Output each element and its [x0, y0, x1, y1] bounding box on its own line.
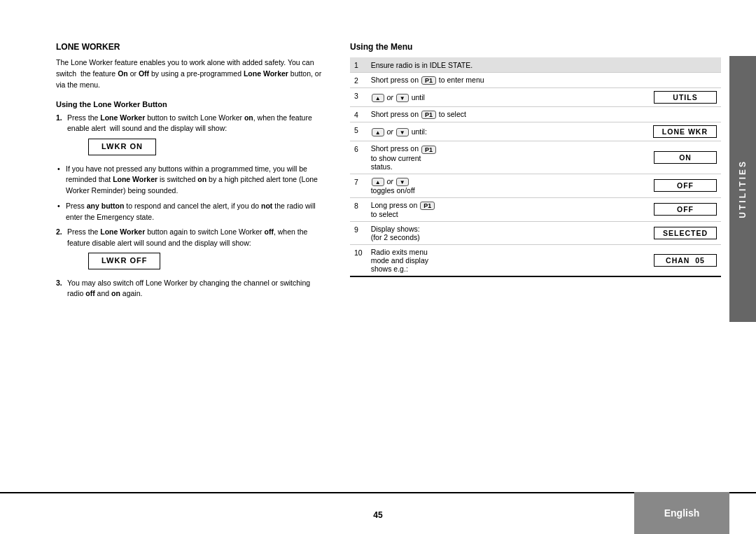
step-description: Radio exits menumode and displayshows e.…: [367, 245, 630, 277]
steps-list-2: 2. Press the Lone Worker button again to…: [56, 227, 322, 299]
table-row: 6 Short press on P1to show currentstatus…: [350, 141, 721, 174]
lcd-chan05: CHAN 05: [654, 254, 717, 267]
lcd-lonewkr: LONE WKR: [653, 125, 717, 138]
page-number: 45: [373, 510, 382, 520]
arrow-up-icon: [372, 128, 384, 136]
step-number: 5: [350, 122, 367, 141]
lcd-utils: UTILS: [654, 91, 717, 104]
bullet-list: If you have not pressed any buttons with…: [56, 164, 322, 223]
step-description: Display shows:(for 2 seconds): [367, 222, 630, 245]
p1-button-icon: P1: [420, 202, 435, 210]
table-row: 3 or until UTILS: [350, 88, 721, 107]
step-description: Long press on P1to select: [367, 197, 630, 221]
menu-steps-table: 1 Ensure radio is in IDLE STATE. 2 Short…: [350, 57, 721, 277]
bottom-bar: 45 English: [0, 492, 756, 534]
step-display: OFF: [630, 174, 721, 197]
list-item: Press any button to respond and cancel t…: [56, 201, 322, 223]
subsection1-title: Using the Lone Worker Button: [56, 100, 322, 108]
step-display: ON: [630, 141, 721, 174]
step-description: or toggles on/off: [367, 174, 630, 197]
step-number: 8: [350, 197, 367, 221]
arrow-up-icon: [372, 94, 384, 102]
step-number: 3: [350, 88, 367, 107]
step-description: or until: [367, 88, 630, 107]
english-label: English: [664, 507, 700, 519]
step-display: [630, 73, 721, 88]
step-description: Short press on P1 to enter menu: [367, 73, 630, 88]
list-item: If you have not pressed any buttons with…: [56, 164, 322, 197]
arrow-down-icon: [396, 178, 409, 186]
table-row: 1 Ensure radio is in IDLE STATE.: [350, 57, 721, 73]
step-description: Ensure radio is in IDLE STATE.: [367, 57, 630, 73]
page-container: UTILITIES LONE WORKER The Lone Worker fe…: [0, 0, 756, 534]
utilities-side-tab: UTILITIES: [729, 56, 756, 322]
table-row: 2 Short press on P1 to enter menu: [350, 73, 721, 88]
step-number: 4: [350, 107, 367, 122]
step-display: [630, 107, 721, 122]
table-row: 4 Short press on P1 to select: [350, 107, 721, 122]
list-item: 3. You may also switch off Lone Worker b…: [56, 278, 322, 299]
side-tab-label: UTILITIES: [738, 160, 748, 218]
content-area: LONE WORKER The Lone Worker feature enab…: [56, 42, 721, 485]
intro-paragraph: The Lone Worker feature enables you to w…: [56, 57, 322, 90]
english-tab: English: [634, 492, 729, 534]
step-number: 6: [350, 141, 367, 174]
step-description: Short press on P1 to select: [367, 107, 630, 122]
step-number: 1: [350, 57, 367, 73]
step-number: 9: [350, 222, 367, 245]
table-row: 9 Display shows:(for 2 seconds) SELECTED: [350, 222, 721, 245]
list-item: 2. Press the Lone Worker button again to…: [56, 227, 322, 273]
step-display: OFF: [630, 197, 721, 221]
p1-button-icon: P1: [421, 76, 436, 85]
p1-button-icon: P1: [421, 111, 436, 119]
step-display: SELECTED: [630, 222, 721, 245]
step-display: CHAN 05: [630, 245, 721, 277]
arrow-down-icon: [396, 128, 409, 136]
lcd-on: ON: [654, 151, 717, 164]
table-row: 10 Radio exits menumode and displayshows…: [350, 245, 721, 277]
step-number: 2: [350, 73, 367, 88]
step-display: UTILS: [630, 88, 721, 107]
step-number: 7: [350, 174, 367, 197]
main-title: LONE WORKER: [56, 42, 322, 52]
step-display: [630, 57, 721, 73]
step-number: 10: [350, 245, 367, 277]
left-column: LONE WORKER The Lone Worker feature enab…: [56, 42, 322, 485]
list-item: 1. Press the Lone Worker button to switc…: [56, 113, 322, 159]
arrow-up-icon: [372, 178, 384, 186]
lcd-off-toggle: OFF: [654, 179, 717, 192]
display-lwkr-on: LWKR ON: [88, 139, 156, 155]
table-row: 5 or until: LONE WKR: [350, 122, 721, 141]
step-description: Short press on P1to show currentstatus.: [367, 141, 630, 174]
lcd-off-select: OFF: [654, 203, 717, 216]
p1-button-icon: P1: [421, 146, 436, 154]
steps-list: 1. Press the Lone Worker button to switc…: [56, 113, 322, 159]
lcd-selected: SELECTED: [654, 227, 717, 239]
right-column: Using the Menu 1 Ensure radio is in IDLE…: [350, 42, 721, 485]
step-description: or until:: [367, 122, 630, 141]
right-title: Using the Menu: [350, 42, 721, 52]
display-lwkr-off: LWKR OFF: [88, 253, 160, 269]
arrow-down-icon: [396, 94, 409, 102]
table-row: 8 Long press on P1to select OFF: [350, 197, 721, 221]
table-row: 7 or toggles on/off OFF: [350, 174, 721, 197]
step-display: LONE WKR: [630, 122, 721, 141]
